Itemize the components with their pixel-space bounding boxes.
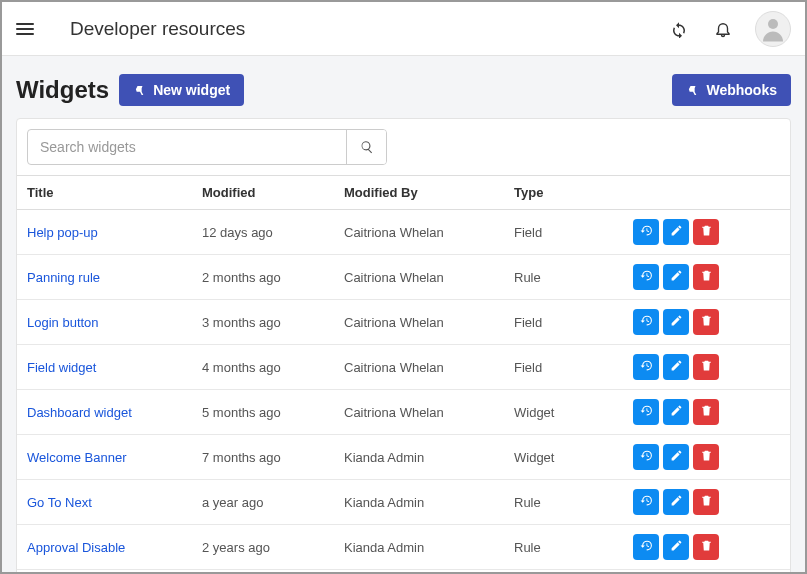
edit-icon xyxy=(670,494,683,510)
widget-type: Rule xyxy=(504,255,584,300)
svg-point-0 xyxy=(768,19,778,29)
widget-modified-by: Caitriona Whelan xyxy=(334,345,504,390)
pin-icon xyxy=(686,83,700,97)
table-row: Dashboard widget5 months agoCaitriona Wh… xyxy=(17,390,790,435)
edit-button[interactable] xyxy=(663,399,689,425)
history-button[interactable] xyxy=(633,354,659,380)
widget-type: Widget xyxy=(504,390,584,435)
history-button[interactable] xyxy=(633,444,659,470)
delete-button[interactable] xyxy=(693,534,719,560)
bell-icon[interactable] xyxy=(705,11,741,47)
delete-button[interactable] xyxy=(693,489,719,515)
widget-modified: a year ago xyxy=(192,480,334,525)
widget-modified-by: Kianda Admin xyxy=(334,480,504,525)
history-icon xyxy=(640,539,653,555)
delete-button[interactable] xyxy=(693,354,719,380)
edit-icon xyxy=(670,314,683,330)
edit-button[interactable] xyxy=(663,219,689,245)
widget-title-link[interactable]: Help pop-up xyxy=(17,210,192,255)
pin-icon xyxy=(133,83,147,97)
history-icon xyxy=(640,269,653,285)
trash-icon xyxy=(700,314,713,330)
history-button[interactable] xyxy=(633,264,659,290)
widget-modified-by: Caitriona Whelan xyxy=(334,300,504,345)
widget-title-link[interactable]: Dashboard widget xyxy=(17,390,192,435)
delete-button[interactable] xyxy=(693,219,719,245)
widget-modified: 3 months ago xyxy=(192,300,334,345)
history-button[interactable] xyxy=(633,219,659,245)
widget-modified-by: Kianda Admin xyxy=(334,570,504,575)
trash-icon xyxy=(700,494,713,510)
table-row: Panning rule2 months agoCaitriona Whelan… xyxy=(17,255,790,300)
trash-icon xyxy=(700,404,713,420)
delete-button[interactable] xyxy=(693,309,719,335)
col-type[interactable]: Type xyxy=(504,176,584,210)
trash-icon xyxy=(700,224,713,240)
search-input[interactable] xyxy=(28,139,346,155)
edit-icon xyxy=(670,224,683,240)
edit-button[interactable] xyxy=(663,354,689,380)
history-icon xyxy=(640,449,653,465)
history-button[interactable] xyxy=(633,534,659,560)
widget-modified: 4 months ago xyxy=(192,345,334,390)
avatar[interactable] xyxy=(755,11,791,47)
widget-type: Field xyxy=(504,300,584,345)
history-icon xyxy=(640,224,653,240)
widget-title-link[interactable]: Welcome Banner xyxy=(17,435,192,480)
menu-toggle[interactable] xyxy=(16,20,34,38)
delete-button[interactable] xyxy=(693,399,719,425)
edit-icon xyxy=(670,449,683,465)
delete-button[interactable] xyxy=(693,444,719,470)
history-icon xyxy=(640,359,653,375)
edit-button[interactable] xyxy=(663,534,689,560)
widget-modified: 2 years ago xyxy=(192,525,334,570)
widget-modified: 2 months ago xyxy=(192,255,334,300)
edit-icon xyxy=(670,539,683,555)
history-button[interactable] xyxy=(633,489,659,515)
page-title: Widgets xyxy=(16,76,109,104)
widget-title-link[interactable]: Go To Next xyxy=(17,480,192,525)
webhooks-label: Webhooks xyxy=(706,82,777,98)
col-modified[interactable]: Modified xyxy=(192,176,334,210)
widget-type: Widget xyxy=(504,435,584,480)
table-row: Go To Previous2 years agoKianda AdminRul… xyxy=(17,570,790,575)
history-button[interactable] xyxy=(633,399,659,425)
history-button[interactable] xyxy=(633,309,659,335)
widget-title-link[interactable]: Go To Previous xyxy=(17,570,192,575)
widget-type: Field xyxy=(504,345,584,390)
table-row: Approval Disable2 years agoKianda AdminR… xyxy=(17,525,790,570)
widget-title-link[interactable]: Login button xyxy=(17,300,192,345)
edit-button[interactable] xyxy=(663,444,689,470)
col-padding xyxy=(729,176,790,210)
delete-button[interactable] xyxy=(693,264,719,290)
trash-icon xyxy=(700,449,713,465)
webhooks-button[interactable]: Webhooks xyxy=(672,74,791,106)
edit-icon xyxy=(670,359,683,375)
edit-button[interactable] xyxy=(663,264,689,290)
widget-type: Field xyxy=(504,210,584,255)
trash-icon xyxy=(700,359,713,375)
history-icon xyxy=(640,314,653,330)
history-icon xyxy=(640,404,653,420)
new-widget-button[interactable]: New widget xyxy=(119,74,244,106)
refresh-icon[interactable] xyxy=(661,11,697,47)
widget-title-link[interactable]: Approval Disable xyxy=(17,525,192,570)
col-modified-by[interactable]: Modified By xyxy=(334,176,504,210)
trash-icon xyxy=(700,269,713,285)
widget-title-link[interactable]: Field widget xyxy=(17,345,192,390)
table-row: Field widget4 months agoCaitriona Whelan… xyxy=(17,345,790,390)
widget-type: Rule xyxy=(504,480,584,525)
new-widget-label: New widget xyxy=(153,82,230,98)
widget-modified: 12 days ago xyxy=(192,210,334,255)
edit-icon xyxy=(670,404,683,420)
history-icon xyxy=(640,494,653,510)
col-title[interactable]: Title xyxy=(17,176,192,210)
widget-type: Rule xyxy=(504,525,584,570)
edit-button[interactable] xyxy=(663,489,689,515)
widget-modified-by: Caitriona Whelan xyxy=(334,390,504,435)
table-row: Go To Nexta year agoKianda AdminRule xyxy=(17,480,790,525)
widget-title-link[interactable]: Panning rule xyxy=(17,255,192,300)
search-button[interactable] xyxy=(346,130,386,164)
edit-button[interactable] xyxy=(663,309,689,335)
widget-modified-by: Caitriona Whelan xyxy=(334,210,504,255)
